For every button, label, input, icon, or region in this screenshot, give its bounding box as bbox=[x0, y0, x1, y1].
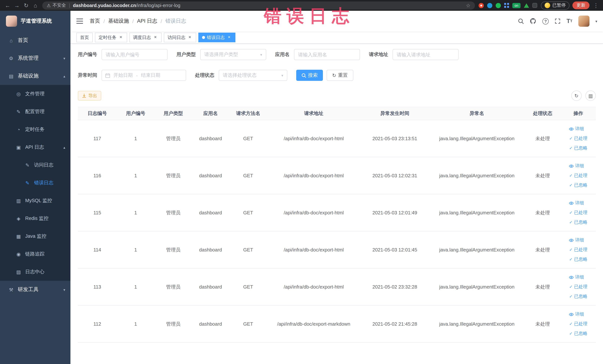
action-processed-link[interactable]: ✓已处理 bbox=[569, 321, 587, 327]
help-icon[interactable]: ? bbox=[542, 18, 549, 24]
download-icon bbox=[82, 94, 86, 98]
tab-access-log[interactable]: 访问日志× bbox=[164, 33, 196, 42]
refresh-table-button[interactable]: ↻ bbox=[571, 91, 582, 101]
table-cell: GET bbox=[229, 194, 267, 231]
user-avatar[interactable] bbox=[578, 16, 590, 27]
table-cell-actions: 详细✓已处理✓已忽略 bbox=[561, 120, 596, 157]
search-icon[interactable] bbox=[518, 18, 524, 24]
action-processed-link[interactable]: ✓已处理 bbox=[569, 172, 587, 179]
green-extension-icon[interactable] bbox=[496, 3, 501, 8]
back-icon[interactable]: ← bbox=[3, 1, 12, 10]
sidebar-item-java[interactable]: ▦Java 监控 bbox=[0, 227, 70, 245]
sidebar-item-error-log[interactable]: ✎错误日志 bbox=[0, 174, 70, 192]
adblock-extension-icon[interactable] bbox=[479, 3, 484, 8]
chevron-down-icon: ▾ bbox=[63, 56, 65, 60]
action-processed-link[interactable]: ✓已处理 bbox=[569, 247, 587, 253]
sidebar-item-label: 日志中心 bbox=[25, 269, 45, 275]
breadcrumb: 首页/基础设施/API 日志/错误日志 bbox=[90, 18, 186, 24]
action-detail-link[interactable]: 详细 bbox=[569, 274, 584, 280]
font-size-icon[interactable]: TT bbox=[567, 18, 572, 24]
sidebar-item-access-log[interactable]: ✎访问日志 bbox=[0, 156, 70, 174]
action-ignored-link[interactable]: ✓已忽略 bbox=[569, 219, 587, 225]
action-processed-link[interactable]: ✓已处理 bbox=[569, 135, 587, 142]
security-status[interactable]: ⚠ 不安全 bbox=[47, 2, 66, 9]
user-id-input[interactable] bbox=[102, 49, 168, 60]
close-icon[interactable]: × bbox=[227, 35, 232, 40]
action-label: 已忽略 bbox=[574, 145, 587, 151]
sidebar-item-trace[interactable]: ◉链路追踪 bbox=[0, 245, 70, 263]
action-ignored-link[interactable]: ✓已忽略 bbox=[569, 182, 587, 188]
forward-icon[interactable]: → bbox=[12, 1, 22, 10]
action-ignored-link[interactable]: ✓已忽略 bbox=[569, 330, 587, 337]
tab-job-log[interactable]: 调度日志× bbox=[129, 33, 162, 42]
eye-icon bbox=[569, 275, 574, 280]
tree-extension-icon[interactable] bbox=[524, 3, 529, 8]
chevron-down-icon: ▾ bbox=[260, 52, 262, 57]
column-header: 异常发生时间 bbox=[360, 107, 429, 120]
sidebar-item-redis[interactable]: ◈Redis 监控 bbox=[0, 210, 70, 227]
sidebar-item-config[interactable]: ✎配置管理 bbox=[0, 103, 70, 120]
close-icon[interactable]: × bbox=[153, 35, 158, 40]
sidebar-item-file[interactable]: ◎文件管理 bbox=[0, 85, 70, 103]
table-cell: 1 bbox=[116, 157, 155, 194]
reload-icon[interactable]: ↻ bbox=[22, 1, 31, 10]
tab-job[interactable]: 定时任务× bbox=[95, 33, 127, 42]
profile-chip[interactable]: 已暂停 bbox=[541, 1, 569, 10]
app-logo[interactable]: 芋道管理系统 bbox=[0, 11, 70, 32]
user-type-select[interactable]: 请选择用户类型 ▾ bbox=[200, 49, 266, 60]
close-icon[interactable]: × bbox=[118, 35, 123, 40]
process-status-select[interactable]: 请选择处理状态 ▾ bbox=[219, 70, 287, 81]
tab-error-log[interactable]: 错误日志× bbox=[198, 33, 235, 42]
fullscreen-icon[interactable] bbox=[555, 18, 561, 24]
table-cell: 1 bbox=[116, 231, 155, 268]
action-processed-link[interactable]: ✓已处理 bbox=[569, 210, 587, 216]
browser-menu-icon[interactable]: ⋮ bbox=[592, 2, 600, 9]
sidebar-item-api-log[interactable]: ▣API 日志▴ bbox=[0, 138, 70, 156]
action-ignored-link[interactable]: ✓已忽略 bbox=[569, 145, 587, 151]
address-bar[interactable]: ⚠ 不安全 dashboard.yudao.iocoder.cn/infra/l… bbox=[42, 1, 475, 10]
action-detail-link[interactable]: 详细 bbox=[569, 311, 584, 317]
close-icon[interactable]: × bbox=[187, 35, 192, 40]
bookmark-star-icon[interactable]: ☆ bbox=[466, 2, 470, 8]
sidebar-item-infra[interactable]: ▤基础设施▴ bbox=[0, 67, 70, 85]
breadcrumb-item[interactable]: 首页 bbox=[90, 18, 100, 24]
app-name-input[interactable] bbox=[294, 49, 360, 60]
action-processed-link[interactable]: ✓已处理 bbox=[569, 284, 587, 290]
breadcrumb-item: 错误日志 bbox=[165, 18, 186, 24]
sidebar-item-mysql[interactable]: ▥MySQL 监控 bbox=[0, 192, 70, 210]
refresh-icon: ↻ bbox=[332, 72, 336, 78]
home-icon[interactable]: ⌂ bbox=[31, 1, 40, 10]
switch-on-extension-icon[interactable]: on bbox=[512, 3, 521, 8]
row-actions: 详细✓已处理✓已忽略 bbox=[569, 311, 587, 337]
breadcrumb-item[interactable]: 基础设施 bbox=[108, 18, 129, 24]
check-icon: ✓ bbox=[569, 294, 573, 299]
sidebar-item-job[interactable]: ◔定时任务 bbox=[0, 120, 70, 138]
toggle-columns-button[interactable]: ▥ bbox=[585, 91, 596, 101]
table-cell: java.lang.IllegalArgumentException bbox=[429, 231, 524, 268]
action-ignored-link[interactable]: ✓已忽略 bbox=[569, 256, 587, 263]
blue-extension-icon[interactable] bbox=[487, 3, 492, 8]
action-detail-link[interactable]: 详细 bbox=[569, 126, 584, 132]
sidebar-item-dev-tools[interactable]: ⚒研发工具▾ bbox=[0, 281, 70, 299]
action-detail-link[interactable]: 详细 bbox=[569, 200, 584, 206]
hamburger-icon[interactable] bbox=[76, 19, 83, 24]
reset-button[interactable]: ↻ 重置 bbox=[327, 70, 353, 81]
exception-time-range-picker[interactable]: 开始日期 - 结束日期 bbox=[102, 70, 186, 81]
github-icon[interactable] bbox=[530, 18, 536, 24]
plugin-extension-icon[interactable] bbox=[532, 3, 537, 8]
action-detail-link[interactable]: 详细 bbox=[569, 163, 584, 169]
sidebar-item-home[interactable]: ⌂首页 bbox=[0, 32, 70, 49]
eye-icon bbox=[569, 201, 574, 205]
sidebar-item-log-center[interactable]: ▨日志中心 bbox=[0, 263, 70, 281]
browser-update-button[interactable]: 更新 bbox=[572, 1, 590, 9]
export-button[interactable]: 导出 bbox=[78, 91, 101, 101]
breadcrumb-item[interactable]: API 日志 bbox=[137, 18, 157, 24]
action-ignored-link[interactable]: ✓已忽略 bbox=[569, 293, 587, 300]
grid-extension-icon[interactable] bbox=[504, 3, 509, 8]
user-menu-caret-icon[interactable]: ▾ bbox=[595, 19, 597, 23]
sidebar-item-system[interactable]: ⚙系统管理▾ bbox=[0, 49, 70, 67]
tab-home[interactable]: 首页 bbox=[76, 33, 93, 42]
action-detail-link[interactable]: 详细 bbox=[569, 237, 584, 243]
request-url-input[interactable] bbox=[393, 49, 459, 60]
search-button[interactable]: 搜索 bbox=[296, 70, 323, 81]
